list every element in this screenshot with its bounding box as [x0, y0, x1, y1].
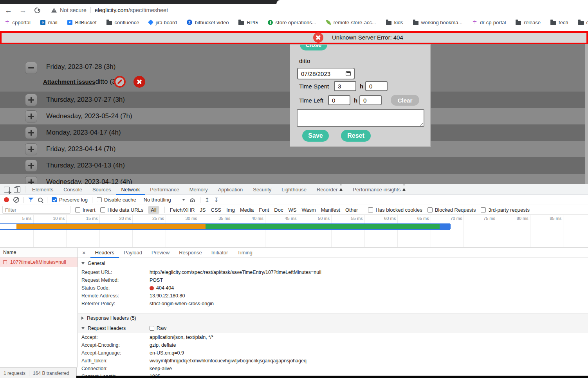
bookmark-item[interactable]: ☂cpportal — [5, 20, 31, 25]
bookmark-item[interactable]: tech — [550, 20, 568, 25]
details-tab-response[interactable]: Response — [174, 248, 207, 258]
filter-chip-font[interactable]: Font — [259, 207, 269, 213]
filter-checkbox-has-blocked-cookies[interactable]: Has blocked cookies — [368, 207, 422, 213]
filter-chip-css[interactable]: CSS — [211, 207, 222, 213]
bookmark-item[interactable]: jira board — [149, 20, 177, 25]
header-value: keep-alive — [150, 366, 172, 371]
forward-icon[interactable]: → — [19, 7, 27, 14]
network-overview-bar[interactable] — [0, 223, 450, 230]
bookmark-item[interactable]: omail — [40, 20, 58, 25]
details-tab-timing[interactable]: Timing — [233, 248, 257, 258]
bookmark-item[interactable]: RPG — [238, 20, 258, 25]
filter-input[interactable] — [2, 206, 70, 214]
bookmark-item[interactable]: Zbitbucket video — [187, 20, 229, 25]
filter-chip-wasm[interactable]: Wasm — [301, 207, 316, 213]
bookmark-item[interactable]: confluence — [106, 20, 139, 25]
bookmark-item[interactable]: ▾BitBucket — [67, 20, 97, 25]
time-spent-hours-input[interactable]: 3 — [334, 81, 356, 91]
not-secure-warning-icon[interactable] — [51, 8, 57, 13]
import-har-icon[interactable]: ↥ — [205, 197, 210, 203]
calendar-icon[interactable] — [346, 71, 351, 76]
devtools-tab-performance[interactable]: Performance — [145, 184, 184, 195]
request-row-failed[interactable]: 107?timeLeftMinutes=null — [0, 257, 78, 267]
filter-chip-doc[interactable]: Doc — [274, 207, 283, 213]
expand-row-button[interactable] — [25, 143, 37, 155]
close-details-icon[interactable]: × — [82, 249, 86, 256]
clear-button[interactable]: Clear — [391, 95, 419, 106]
details-tab-preview[interactable]: Preview — [147, 248, 174, 258]
name-column-header[interactable]: Name — [0, 248, 78, 257]
filter-chip-manifest[interactable]: Manifest — [321, 207, 340, 213]
bookmark-item[interactable]: release — [516, 20, 541, 25]
export-har-icon[interactable]: ↧ — [214, 197, 219, 203]
expand-row-button[interactable] — [25, 176, 37, 184]
expand-row-button[interactable] — [25, 127, 37, 139]
delete-entry-icon[interactable] — [133, 76, 145, 88]
devtools-tab-memory[interactable]: Memory — [184, 184, 213, 195]
bookmark-item[interactable]: ☂dr-cp-portal — [472, 20, 506, 25]
edit-entry-icon[interactable] — [114, 76, 126, 88]
filter-chip-media[interactable]: Media — [240, 207, 254, 213]
filter-chip-other[interactable]: Other — [345, 207, 358, 213]
timeline-tick-label: 5 ms — [9, 216, 32, 221]
filter-chip-js[interactable]: JS — [200, 207, 206, 213]
search-icon[interactable] — [38, 198, 43, 202]
reset-button[interactable]: Reset — [341, 130, 371, 142]
preserve-log-checkbox[interactable]: Preserve log — [52, 197, 88, 203]
invert-checkbox[interactable]: Invert — [75, 207, 96, 213]
date-input[interactable]: 07/28/2023 — [297, 68, 355, 79]
request-headers-section-header[interactable]: Request Headers Raw — [78, 323, 588, 333]
throttling-dropdown[interactable]: No throttling — [144, 197, 185, 203]
devtools-tab-recorder[interactable]: Recorder — [312, 184, 348, 195]
details-tab-headers[interactable]: Headers — [90, 248, 119, 258]
collapse-row-button[interactable] — [25, 62, 37, 74]
devtools-tab-network[interactable]: Network — [116, 184, 145, 195]
filter-checkbox-blocked-requests[interactable]: Blocked Requests — [427, 207, 476, 213]
devtools-tab-security[interactable]: Security — [248, 184, 276, 195]
hide-data-urls-checkbox[interactable]: Hide data URLs — [100, 207, 144, 213]
filter-checkbox-3rd-party-requests[interactable]: 3rd-party requests — [481, 207, 530, 213]
filter-chip-ws[interactable]: WS — [288, 207, 296, 213]
filter-chip-all[interactable]: All — [148, 206, 159, 214]
bookmark-item[interactable]: store operations... — [268, 20, 316, 25]
back-icon[interactable]: ← — [5, 7, 12, 14]
expand-row-button[interactable] — [25, 160, 37, 172]
filter-icon[interactable] — [28, 198, 34, 202]
security-label[interactable]: Not secure — [60, 7, 87, 13]
devtools-tab-lighthouse[interactable]: Lighthouse — [276, 184, 312, 195]
expand-row-button[interactable] — [25, 110, 37, 122]
bookmark-item[interactable]: working bookma... — [413, 20, 463, 25]
filter-chip-img[interactable]: Img — [226, 207, 235, 213]
devtools-tab-elements[interactable]: Elements — [27, 184, 58, 195]
close-button[interactable]: Close — [300, 45, 327, 50]
page-scrollbar[interactable] — [585, 44, 588, 184]
inspect-element-icon[interactable] — [4, 187, 10, 193]
time-spent-minutes-input[interactable]: 0 — [365, 81, 388, 91]
details-tab-initiator[interactable]: Initiator — [207, 248, 233, 258]
filter-chip-fetch-xhr[interactable]: Fetch/XHR — [170, 207, 195, 213]
record-network-log-icon[interactable] — [4, 197, 9, 202]
time-left-minutes-input[interactable]: 0 — [359, 95, 382, 105]
network-conditions-icon[interactable] — [189, 198, 196, 202]
attachment-issues-link[interactable]: Attachment issues — [43, 78, 95, 85]
expand-row-button[interactable] — [25, 94, 37, 106]
devtools-tab-console[interactable]: Console — [58, 184, 87, 195]
disable-cache-checkbox[interactable]: Disable cache — [97, 197, 136, 203]
raw-checkbox[interactable]: Raw — [150, 326, 166, 331]
time-left-hours-input[interactable]: 0 — [328, 95, 350, 105]
devtools-tab-sources[interactable]: Sources — [87, 184, 116, 195]
devtools-tab-performance-insights[interactable]: Performance insights — [348, 184, 411, 195]
devtools-tab-application[interactable]: Application — [213, 184, 248, 195]
url-bar[interactable]: eleglicity.com/spec/timesheet — [95, 7, 168, 14]
response-headers-section-header[interactable]: Response Headers (5) — [78, 313, 588, 323]
reload-icon[interactable] — [33, 6, 41, 14]
save-button[interactable]: Save — [302, 130, 329, 142]
device-toolbar-icon[interactable] — [15, 186, 20, 193]
bookmark-item[interactable]: remote-store-acc... — [326, 20, 376, 25]
general-section-header[interactable]: General — [78, 258, 588, 268]
clear-network-log-icon[interactable] — [13, 197, 19, 203]
bookmark-item[interactable]: cxs — [578, 20, 588, 25]
details-tab-payload[interactable]: Payload — [119, 248, 147, 258]
comment-textarea[interactable] — [297, 109, 424, 127]
bookmark-item[interactable]: kids — [386, 20, 403, 25]
